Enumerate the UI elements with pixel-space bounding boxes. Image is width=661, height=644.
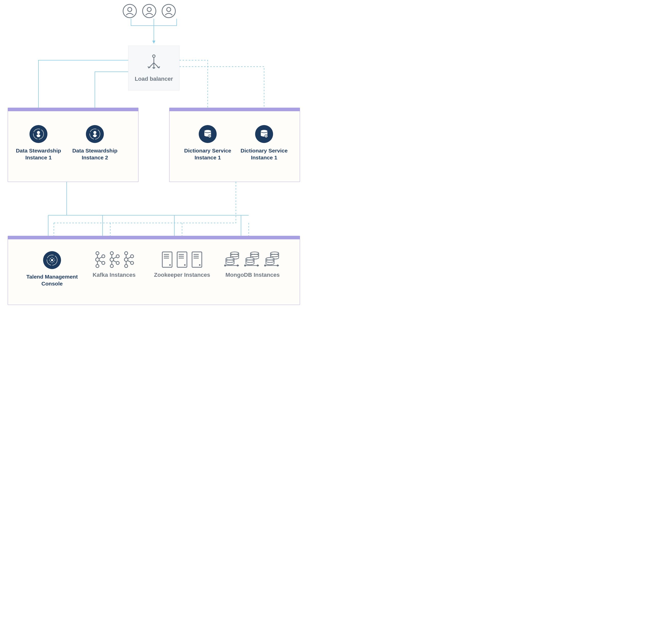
- server-icon: [191, 251, 203, 269]
- tmc-label: Talend ManagementConsole: [23, 273, 82, 287]
- svg-point-32: [110, 258, 114, 261]
- svg-point-70: [225, 265, 226, 266]
- user-icon: [123, 4, 137, 18]
- load-balancer-label: Load balancer: [129, 76, 179, 82]
- instance-label: Data StewardshipInstance 2: [68, 147, 122, 161]
- zookeeper-label: Zookeeper Instances: [151, 272, 213, 278]
- svg-point-24: [96, 264, 99, 268]
- svg-point-44: [131, 261, 134, 264]
- svg-point-43: [131, 255, 134, 258]
- database-cluster-icon: [264, 251, 282, 269]
- svg-point-25: [102, 255, 105, 258]
- mongodb-instances: MongoDB Instances: [221, 251, 285, 278]
- dictionary-service-instance-2: Dictionary ServiceInstance 1: [237, 125, 291, 161]
- users: [123, 4, 176, 18]
- svg-point-33: [110, 264, 113, 268]
- server-icon: [161, 251, 174, 269]
- kafka-icon: [94, 251, 106, 269]
- svg-point-21: [51, 259, 53, 261]
- svg-point-42: [125, 264, 128, 268]
- svg-point-34: [116, 255, 119, 258]
- server-icon: [176, 251, 189, 269]
- zookeeper-instances: Zookeeper Instances: [151, 251, 213, 278]
- svg-point-79: [257, 265, 259, 266]
- database-cluster-icon: [224, 251, 242, 269]
- svg-point-0: [123, 4, 136, 18]
- svg-point-2: [142, 4, 156, 18]
- svg-point-3: [147, 7, 151, 12]
- talend-management-console: Talend ManagementConsole: [23, 251, 82, 287]
- user-icon: [142, 4, 156, 18]
- svg-line-29: [99, 257, 102, 258]
- kafka-instances: Kafka Instances: [87, 251, 141, 278]
- svg-point-63: [199, 264, 200, 266]
- load-balancer-icon: [145, 53, 163, 71]
- data-stewardship-instance-2: Data StewardshipInstance 2: [68, 125, 122, 161]
- kafka-label: Kafka Instances: [87, 272, 141, 278]
- dictionary-service-instance-1: Dictionary ServiceInstance 1: [181, 125, 235, 161]
- kafka-icon: [108, 251, 120, 269]
- svg-point-5: [167, 7, 171, 12]
- svg-line-39: [113, 261, 116, 262]
- svg-point-35: [116, 261, 119, 264]
- svg-point-14: [204, 130, 211, 133]
- mongodb-label: MongoDB Instances: [221, 272, 285, 278]
- svg-point-31: [110, 252, 113, 255]
- svg-point-11: [93, 131, 96, 134]
- stewardship-icon: [86, 125, 104, 143]
- architecture-diagram: Load balancer Data StewardshipInstance 1…: [0, 0, 330, 322]
- dictionary-icon: [199, 125, 217, 143]
- load-balancer-box: Load balancer: [128, 46, 179, 90]
- instance-label: Dictionary ServiceInstance 1: [237, 147, 291, 161]
- svg-point-23: [96, 258, 99, 261]
- svg-point-4: [162, 4, 175, 18]
- svg-point-41: [124, 258, 128, 261]
- dictionary-icon: [255, 125, 273, 143]
- svg-line-30: [99, 261, 102, 262]
- svg-point-58: [184, 264, 185, 266]
- tmc-icon: [43, 251, 61, 269]
- instance-label: Dictionary ServiceInstance 1: [181, 147, 235, 161]
- svg-point-18: [261, 130, 267, 133]
- svg-point-71: [237, 265, 239, 266]
- kafka-icon: [122, 251, 135, 269]
- svg-point-78: [245, 265, 246, 266]
- svg-point-87: [277, 265, 279, 266]
- svg-line-47: [128, 257, 131, 258]
- svg-point-26: [102, 261, 105, 264]
- svg-line-48: [128, 261, 131, 262]
- instance-label: Data StewardshipInstance 1: [12, 147, 65, 161]
- svg-point-1: [128, 7, 132, 12]
- stewardship-icon: [29, 125, 47, 143]
- svg-point-22: [96, 252, 99, 255]
- svg-point-9: [37, 131, 40, 134]
- svg-point-86: [265, 265, 266, 266]
- svg-point-40: [125, 252, 128, 255]
- svg-point-53: [169, 264, 171, 266]
- svg-line-38: [113, 257, 116, 258]
- data-stewardship-instance-1: Data StewardshipInstance 1: [12, 125, 65, 161]
- database-cluster-icon: [244, 251, 262, 269]
- svg-point-6: [153, 55, 155, 58]
- user-icon: [161, 4, 176, 18]
